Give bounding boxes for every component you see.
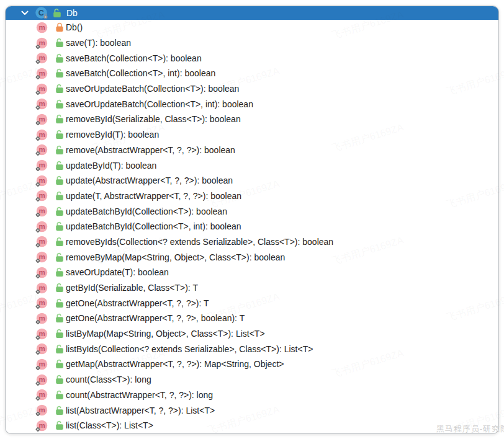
method-row[interactable]: m saveBatch(Collection<T>): boolean [6, 50, 498, 66]
method-row[interactable]: m count(Class<T>): long [6, 372, 498, 388]
method-icon: m [36, 22, 48, 33]
method-icon: m [36, 113, 48, 125]
method-icon: m [36, 343, 48, 355]
method-row[interactable]: m update(T, AbstractWrapper<T, ?, ?>): b… [6, 188, 498, 204]
method-icon: m [36, 175, 48, 187]
method-signature: saveBatch(Collection<T>): boolean [66, 54, 202, 63]
method-signature: listByMap(Map<String, Object>, Class<T>)… [66, 329, 265, 338]
svg-text:m: m [38, 100, 45, 108]
method-row[interactable]: m removeById(Serializable, Class<T>): bo… [6, 112, 498, 127]
method-row[interactable]: m listByMap(Map<String, Object>, Class<T… [6, 326, 498, 342]
method-icon: m [36, 267, 48, 278]
svg-text:m: m [38, 391, 45, 399]
svg-text:m: m [38, 299, 45, 307]
public-lock-icon [55, 267, 64, 277]
public-lock-icon [55, 161, 64, 171]
class-icon: C [35, 6, 48, 20]
method-row[interactable]: m removeById(T): boolean [6, 127, 498, 143]
method-signature: update(AbstractWrapper<T, ?, ?>): boolea… [66, 176, 233, 185]
svg-text:m: m [38, 85, 45, 92]
method-icon: m [36, 144, 48, 156]
method-signature: Db() [66, 23, 83, 32]
svg-text:m: m [38, 345, 45, 353]
method-signature: getMap(AbstractWrapper<T, ?, ?>): Map<St… [66, 360, 284, 368]
method-row[interactable]: m getById(Serializable, Class<T>): T [6, 280, 498, 296]
svg-text:m: m [38, 69, 45, 77]
public-lock-icon [55, 191, 64, 201]
method-icon: m [36, 297, 48, 309]
method-row[interactable]: m listByIds(Collection<? extends Seriali… [6, 341, 498, 357]
method-row[interactable]: m remove(AbstractWrapper<T, ?, ?>): bool… [6, 143, 498, 158]
svg-text:m: m [38, 268, 45, 276]
method-icon: m [36, 129, 48, 141]
class-title: Db [66, 9, 78, 18]
method-signature: remove(AbstractWrapper<T, ?, ?>): boolea… [66, 146, 235, 154]
svg-text:m: m [38, 314, 45, 322]
method-row[interactable]: m count(AbstractWrapper<T, ?, ?>): long [6, 388, 498, 403]
method-icon: m [36, 358, 48, 370]
public-lock-icon [55, 145, 64, 155]
svg-text:m: m [38, 422, 45, 429]
svg-text:m: m [38, 223, 45, 230]
method-row[interactable]: m list(AbstractWrapper<T, ?, ?>): List<T… [6, 402, 498, 418]
public-lock-icon [55, 252, 64, 262]
method-icon: m [36, 420, 48, 432]
svg-text:m: m [38, 55, 45, 62]
svg-text:m: m [38, 238, 45, 246]
method-signature: getOne(AbstractWrapper<T, ?, ?>, boolean… [66, 314, 245, 322]
method-signature: removeByMap(Map<String, Object>, Class<T… [66, 253, 285, 262]
method-row[interactable]: m updateBatchById(Collection<T>): boolea… [6, 203, 498, 219]
constructor-row[interactable]: m Db() [6, 20, 498, 35]
method-row[interactable]: m updateBatchById(Collection<T>, int): b… [6, 219, 498, 234]
method-list: m Db() m save(T): boolean m [6, 20, 498, 433]
method-row[interactable]: m save(T): boolean [6, 35, 498, 51]
brand-watermark: 黑马程序员-研究院 [436, 423, 504, 435]
chevron-down-icon[interactable] [20, 8, 30, 18]
svg-text:m: m [38, 131, 45, 138]
method-row[interactable]: m saveOrUpdateBatch(Collection<T>, int):… [6, 96, 498, 112]
method-row[interactable]: m saveOrUpdate(T): boolean [6, 265, 498, 280]
public-lock-icon [55, 298, 64, 308]
svg-text:m: m [38, 161, 45, 169]
method-row[interactable]: m updateById(T): boolean [6, 157, 498, 173]
method-icon: m [36, 389, 48, 401]
public-lock-icon [55, 390, 64, 400]
svg-text:C: C [38, 9, 44, 17]
method-signature: removeByIds(Collection<? extends Seriali… [66, 237, 333, 246]
public-lock-icon [55, 359, 64, 369]
public-lock-icon [55, 406, 64, 415]
public-lock-icon [53, 8, 61, 18]
method-row[interactable]: m getOne(AbstractWrapper<T, ?, ?>): T [6, 295, 498, 311]
method-row[interactable]: m getOne(AbstractWrapper<T, ?, ?>, boole… [6, 311, 498, 326]
public-lock-icon [55, 237, 64, 247]
private-lock-icon [55, 22, 64, 32]
method-row[interactable]: m removeByIds(Collection<? extends Seria… [6, 234, 498, 250]
method-row[interactable]: m list(Class<T>): List<T> [6, 418, 498, 433]
method-signature: updateById(T): boolean [66, 161, 156, 170]
method-icon: m [36, 98, 48, 110]
public-lock-icon [55, 130, 64, 140]
method-icon: m [36, 205, 48, 217]
method-signature: saveOrUpdateBatch(Collection<T>, int): b… [66, 100, 253, 109]
method-signature: getById(Serializable, Class<T>): T [66, 283, 198, 292]
public-lock-icon [55, 283, 64, 293]
method-icon: m [36, 328, 48, 340]
method-signature: list(AbstractWrapper<T, ?, ?>): List<T> [66, 406, 215, 415]
method-row[interactable]: m saveOrUpdateBatch(Collection<T>): bool… [6, 81, 498, 97]
method-row[interactable]: m update(AbstractWrapper<T, ?, ?>): bool… [6, 173, 498, 188]
method-signature: getOne(AbstractWrapper<T, ?, ?>): T [66, 299, 209, 308]
method-icon: m [36, 159, 48, 171]
method-signature: list(Class<T>): List<T> [66, 421, 153, 430]
method-row[interactable]: m getMap(AbstractWrapper<T, ?, ?>): Map<… [6, 357, 498, 372]
svg-text:m: m [38, 192, 45, 200]
public-lock-icon [55, 420, 64, 430]
class-node-header[interactable]: C Db [6, 6, 498, 20]
method-row[interactable]: m removeByMap(Map<String, Object>, Class… [6, 249, 498, 265]
svg-text:m: m [38, 39, 45, 47]
public-lock-icon [55, 206, 64, 216]
public-lock-icon [55, 84, 64, 94]
svg-text:m: m [38, 177, 45, 184]
svg-text:m: m [38, 115, 45, 123]
method-signature: listByIds(Collection<? extends Serializa… [66, 345, 313, 353]
method-row[interactable]: m saveBatch(Collection<T>, int): boolean [6, 66, 498, 81]
